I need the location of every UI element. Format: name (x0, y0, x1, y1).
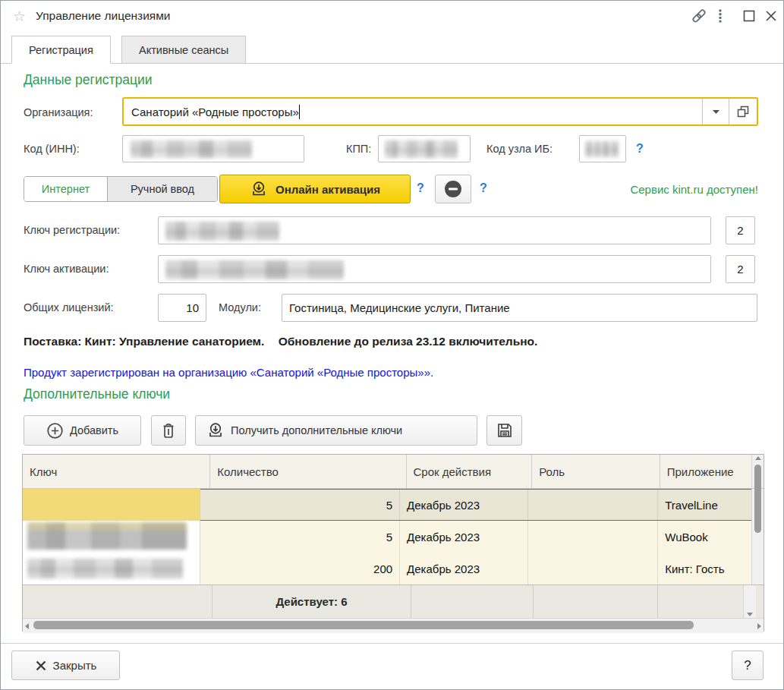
app-cell[interactable]: Кинт: Гость (658, 553, 751, 584)
term-cell[interactable]: Декабрь 2023 (400, 553, 528, 584)
role-cell[interactable] (528, 489, 658, 521)
table-vscrollbar-track[interactable] (743, 585, 756, 618)
window-title: Управление лицензиями (36, 9, 171, 23)
tab-active-sessions-label: Активные сеансы (139, 44, 228, 56)
table-vscrollbar-track[interactable] (751, 553, 764, 584)
kpp-label: КПП: (346, 143, 371, 155)
delete-key-button[interactable] (151, 415, 186, 446)
qty-cell[interactable]: 200 (200, 553, 400, 584)
mode-internet-button[interactable]: Интернет (24, 177, 107, 201)
close-form-button[interactable]: Закрыть (11, 651, 120, 680)
hscroll-thumb[interactable] (33, 621, 694, 629)
close-x-icon (35, 660, 47, 672)
act-key-count-box: 2 (726, 255, 755, 283)
total-licenses-label: Общих лицензий: (24, 301, 114, 313)
vscroll-down-arrow[interactable] (747, 613, 753, 616)
col-header-key[interactable]: Ключ (23, 455, 210, 488)
block-licenses-button[interactable] (435, 175, 471, 203)
organization-dropdown-button[interactable] (702, 99, 729, 124)
col-header-qty[interactable]: Количество (210, 455, 406, 488)
vscroll-thumb[interactable] (754, 465, 761, 533)
online-activation-button[interactable]: Онлайн активация (219, 175, 411, 203)
online-activation-label: Онлайн активация (276, 183, 380, 196)
hscroll-right-arrow[interactable] (757, 623, 761, 629)
organization-open-button[interactable] (729, 99, 757, 124)
minus-circle-icon (443, 179, 463, 199)
footer-term-cell (411, 585, 534, 618)
total-licenses-input[interactable]: 10 (158, 294, 206, 322)
modules-input[interactable]: Гостиница, Медицинские услуги, Питание (282, 294, 757, 322)
footer-app-cell (658, 585, 743, 618)
reg-key-count-box: 2 (726, 216, 755, 244)
extra-keys-section-title: Дополнительные ключи (24, 386, 170, 402)
more-menu-icon[interactable] (713, 7, 727, 25)
inn-input[interactable] (122, 135, 304, 162)
col-header-app[interactable]: Приложение (660, 455, 752, 488)
organization-label: Организация: (24, 106, 93, 118)
save-keys-button[interactable] (486, 415, 522, 446)
table-row[interactable]: 5 Декабрь 2023 WuBook (23, 521, 764, 553)
tab-registration-label: Регистрация (29, 44, 93, 56)
mode-toggle-group: Интернет Ручной ввод (24, 176, 218, 202)
tab-active-sessions[interactable]: Активные сеансы (121, 36, 246, 63)
mode-manual-button[interactable]: Ручной ввод (107, 177, 217, 201)
footer-role-cell (534, 585, 658, 618)
update-text: Обновление до релиза 23.12 включительно. (279, 335, 538, 348)
tab-registration[interactable]: Регистрация (11, 36, 111, 64)
hscroll-left-arrow[interactable] (25, 623, 29, 629)
text-cursor (299, 105, 301, 119)
close-form-label: Закрыть (53, 659, 97, 672)
table-footer-row: Действует: 6 (23, 584, 764, 618)
key-cell[interactable] (23, 553, 200, 584)
favorite-star-icon[interactable]: ☆ (13, 8, 30, 26)
key-cell[interactable] (23, 521, 200, 553)
kpp-input[interactable] (378, 135, 471, 162)
ib-node-redacted-value (585, 141, 619, 157)
ib-node-help-link[interactable]: ? (636, 142, 644, 156)
supply-info-line: Поставка: Кинт: Управление санаторием. О… (24, 335, 537, 348)
ib-node-input[interactable] (579, 135, 626, 162)
form-help-button[interactable]: ? (732, 651, 764, 680)
act-key-label: Ключ активации: (24, 263, 109, 275)
close-icon[interactable] (764, 8, 779, 24)
term-cell[interactable]: Декабрь 2023 (400, 489, 528, 521)
col-header-role[interactable]: Роль (532, 455, 660, 488)
organization-value: Санаторий «Родные просторы» (131, 106, 299, 118)
app-cell[interactable]: WuBook (658, 521, 751, 553)
download-keys-icon (206, 421, 225, 440)
qty-cell[interactable]: 5 (200, 489, 400, 521)
reg-key-label: Ключ регистрации: (24, 224, 120, 236)
table-vscrollbar-track[interactable] (751, 489, 764, 521)
app-cell[interactable]: TravelLine (658, 489, 751, 521)
key-cell-selected[interactable] (23, 489, 200, 521)
activation-help-link[interactable]: ? (417, 181, 424, 195)
reg-key-input[interactable] (158, 216, 711, 244)
get-extra-keys-button[interactable]: Получить дополнительные ключи (195, 415, 477, 446)
table-hscrollbar[interactable] (23, 618, 764, 633)
online-activation-icon (250, 180, 268, 198)
organization-input[interactable]: Санаторий «Родные просторы» (122, 97, 758, 126)
ib-node-label: Код узла ИБ: (486, 143, 553, 155)
kpp-redacted-value (385, 140, 458, 158)
act-key-redacted-value (165, 260, 344, 279)
modules-label: Модули: (219, 301, 261, 313)
key-redacted-value (27, 559, 183, 578)
get-link-icon[interactable] (690, 7, 708, 25)
registration-section-title: Данные регистрации (24, 72, 153, 88)
role-cell[interactable] (528, 521, 658, 553)
total-licenses-value: 10 (186, 301, 199, 314)
term-cell[interactable]: Декабрь 2023 (400, 521, 528, 553)
block-help-link[interactable]: ? (480, 181, 487, 195)
vscroll-up-arrow[interactable] (755, 456, 761, 460)
add-key-button[interactable]: Добавить (24, 415, 141, 446)
footer-total-cell: Действует: 6 (213, 585, 411, 618)
table-row[interactable]: 5 Декабрь 2023 TravelLine (23, 489, 764, 521)
role-cell[interactable] (528, 553, 658, 584)
col-header-term[interactable]: Срок действия (407, 455, 533, 488)
chevron-down-icon (712, 109, 720, 115)
inn-redacted-value (131, 140, 252, 158)
qty-cell[interactable]: 5 (200, 521, 400, 553)
table-row[interactable]: 200 Декабрь 2023 Кинт: Гость (23, 553, 764, 584)
act-key-input[interactable] (158, 255, 711, 283)
maximize-icon[interactable] (741, 8, 757, 24)
